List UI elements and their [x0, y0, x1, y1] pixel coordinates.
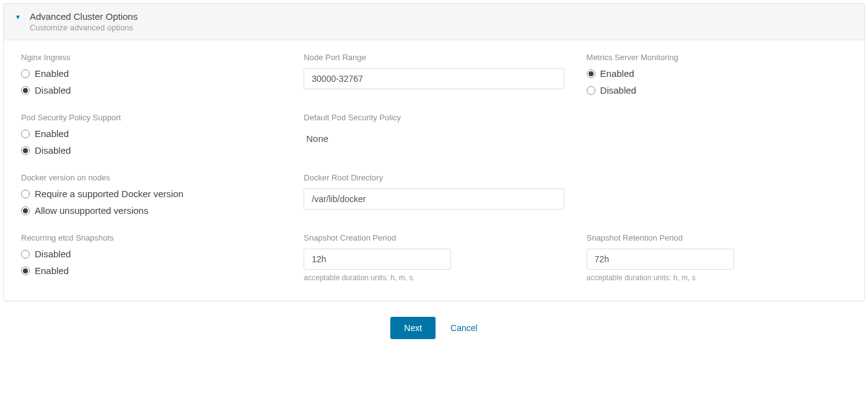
radio-icon — [587, 86, 595, 95]
pod-security-support-label: Pod Security Policy Support — [21, 113, 281, 122]
metrics-disabled-radio[interactable]: Disabled — [587, 85, 847, 95]
radio-label: Enabled — [600, 68, 634, 79]
default-pod-security-value: None — [304, 128, 564, 149]
advanced-cluster-options-panel: ▼ Advanced Cluster Options Customize adv… — [3, 3, 865, 301]
nginx-ingress-enabled-radio[interactable]: Enabled — [21, 68, 281, 79]
docker-root-dir-label: Docker Root Directory — [304, 173, 564, 182]
radio-icon — [21, 130, 30, 138]
radio-label: Enabled — [35, 265, 69, 276]
docker-version-label: Docker version on nodes — [21, 173, 281, 182]
nginx-ingress-label: Nginx Ingress — [21, 53, 281, 62]
panel-subtitle: Customize advanced options — [30, 23, 138, 32]
docker-allow-radio[interactable]: Allow unsupported versions — [21, 205, 281, 216]
docker-require-radio[interactable]: Require a supported Docker version — [21, 188, 281, 199]
radio-label: Disabled — [35, 145, 71, 156]
snapshot-creation-label: Snapshot Creation Period — [304, 233, 564, 242]
collapse-toggle-icon[interactable]: ▼ — [15, 14, 21, 20]
metrics-enabled-radio[interactable]: Enabled — [587, 68, 847, 79]
radio-icon — [21, 250, 30, 259]
panel-title: Advanced Cluster Options — [30, 11, 138, 22]
radio-icon — [21, 190, 30, 198]
default-pod-security-label: Default Pod Security Policy — [304, 113, 564, 122]
radio-icon — [21, 267, 30, 275]
nginx-ingress-disabled-radio[interactable]: Disabled — [21, 85, 281, 95]
radio-label: Enabled — [35, 128, 69, 139]
radio-icon — [21, 69, 30, 78]
radio-icon — [21, 86, 30, 95]
radio-label: Require a supported Docker version — [35, 188, 183, 199]
radio-label: Enabled — [35, 68, 69, 79]
snapshot-retention-label: Snapshot Retention Period — [587, 233, 847, 242]
etcd-enabled-radio[interactable]: Enabled — [21, 265, 281, 276]
panel-header: ▼ Advanced Cluster Options Customize adv… — [4, 4, 864, 40]
snapshot-creation-input[interactable] — [304, 249, 451, 270]
docker-root-dir-input[interactable] — [304, 188, 564, 210]
next-button[interactable]: Next — [390, 317, 436, 339]
radio-icon — [21, 146, 30, 155]
radio-label: Allow unsupported versions — [35, 205, 148, 216]
pod-security-enabled-radio[interactable]: Enabled — [21, 128, 281, 139]
node-port-range-input[interactable] — [304, 68, 564, 89]
etcd-disabled-radio[interactable]: Disabled — [21, 249, 281, 259]
form-footer: Next Cancel — [0, 304, 868, 348]
radio-icon — [587, 69, 595, 78]
etcd-snapshots-label: Recurring etcd Snapshots — [21, 233, 281, 242]
cancel-button[interactable]: Cancel — [450, 323, 478, 333]
node-port-range-label: Node Port Range — [304, 53, 564, 62]
metrics-server-label: Metrics Server Monitoring — [587, 53, 847, 62]
pod-security-disabled-radio[interactable]: Disabled — [21, 145, 281, 156]
panel-body: Nginx Ingress Enabled Disabled Node Port… — [4, 40, 864, 301]
radio-icon — [21, 206, 30, 215]
snapshot-creation-help: acceptable duration units: h, m, s — [304, 273, 564, 282]
snapshot-retention-input[interactable] — [587, 249, 734, 270]
radio-label: Disabled — [600, 85, 636, 95]
radio-label: Disabled — [35, 85, 71, 95]
snapshot-retention-help: acceptable duration units: h, m, s — [587, 273, 847, 282]
radio-label: Disabled — [35, 249, 71, 259]
